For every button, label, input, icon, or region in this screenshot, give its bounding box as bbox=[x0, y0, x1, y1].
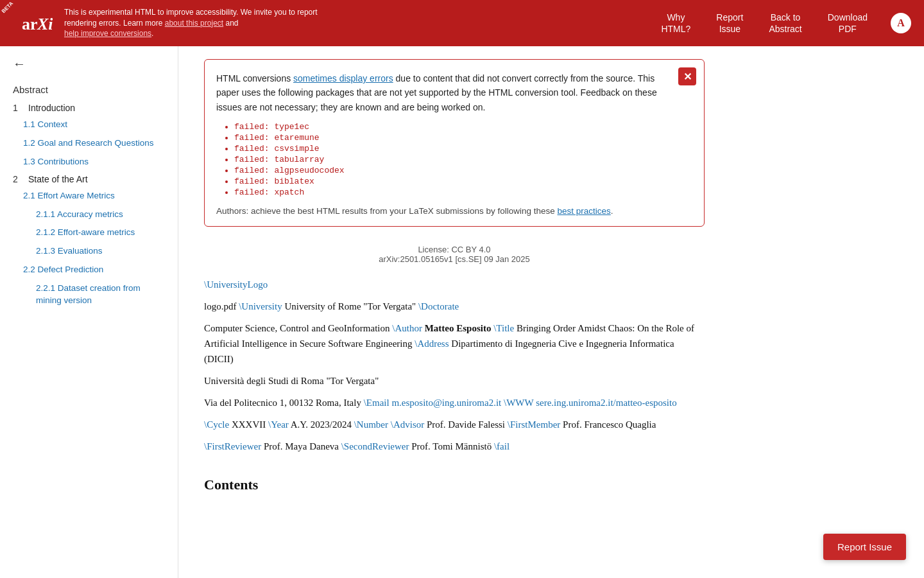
toc-link-contributions[interactable]: 1.3 Contributions bbox=[23, 154, 178, 170]
toc-item-effort-aware[interactable]: 2.1 Effort Aware Metrics bbox=[0, 187, 178, 206]
header-nav: Why HTML? Report Issue Back to Abstract … bbox=[648, 6, 911, 40]
university-cmd-link[interactable]: \University bbox=[239, 301, 282, 311]
toc-link-accuracy-metrics[interactable]: 2.1.1 Accuracy metrics bbox=[36, 207, 178, 223]
paper-reviewer-line: \FirstReviewer Prof. Maya Daneva \Second… bbox=[204, 439, 705, 454]
paper-line1: logo.pdf \University University of Rome … bbox=[204, 299, 705, 314]
sidebar-back-button[interactable]: ← bbox=[0, 46, 178, 82]
sidebar: ← Abstract 1 Introduction 1.1 Context 1.… bbox=[0, 46, 178, 578]
toc-item-context[interactable]: 1.1 Context bbox=[0, 116, 178, 134]
cycle-cmd-link[interactable]: \Cycle bbox=[204, 419, 229, 430]
toc-label-state-art: State of the Art bbox=[28, 174, 88, 184]
www-addr-link[interactable]: sere.ing.uniroma2.it/matteo-esposito bbox=[536, 398, 677, 408]
author-cmd-link[interactable]: \Author bbox=[392, 323, 422, 333]
list-item: failed: csvsimple bbox=[234, 144, 692, 153]
layout: ← Abstract 1 Introduction 1.1 Context 1.… bbox=[0, 46, 924, 578]
doctorate-cmd-link[interactable]: \Doctorate bbox=[418, 301, 459, 311]
toc-label-introduction: Introduction bbox=[28, 103, 75, 113]
www-cmd-link[interactable]: \WWW bbox=[504, 398, 533, 408]
header: BETA ar Xiv This is experimental HTML to… bbox=[0, 0, 924, 46]
svg-text:Xiv: Xiv bbox=[37, 15, 53, 33]
title-cmd-link[interactable]: \Title bbox=[493, 323, 514, 333]
main-content: ✕ HTML conversions sometimes display err… bbox=[178, 46, 730, 578]
sidebar-abstract-label[interactable]: Abstract bbox=[0, 82, 178, 100]
list-item: failed: xpatch bbox=[234, 188, 692, 197]
alert-failed-list: failed: type1ec failed: etaremune failed… bbox=[216, 122, 692, 197]
address-cmd-link[interactable]: \Address bbox=[415, 338, 449, 349]
nav-why-html[interactable]: Why HTML? bbox=[648, 6, 703, 40]
paper-univ-name: Università degli Studi di Roma "Tor Verg… bbox=[204, 373, 705, 389]
year-cmd-link[interactable]: \Year bbox=[268, 419, 289, 430]
toc-item-contributions[interactable]: 1.3 Contributions bbox=[0, 153, 178, 171]
paper-line2: Computer Science, Control and GeoInforma… bbox=[204, 320, 705, 367]
list-item: failed: algpseudocodex bbox=[234, 166, 692, 175]
list-item: failed: biblatex bbox=[234, 177, 692, 186]
toc-num-1: 1 bbox=[13, 103, 28, 113]
toc-link-context[interactable]: 1.1 Context bbox=[23, 117, 178, 133]
first-member-cmd-link[interactable]: \FirstMember bbox=[508, 419, 561, 430]
toc-link-defect-prediction[interactable]: 2.2 Defect Prediction bbox=[23, 262, 178, 278]
nav-report-issue[interactable]: Report Issue bbox=[703, 6, 756, 40]
toc-link-evaluations[interactable]: 2.1.3 Evaluations bbox=[36, 243, 178, 259]
arxiv-id-text: arXiv:2501.05165v1 [cs.SE] 09 Jan 2025 bbox=[204, 254, 705, 264]
nav-download-pdf[interactable]: Download PDF bbox=[815, 6, 880, 40]
toc-num-2: 2 bbox=[13, 174, 28, 184]
license-text: License: CC BY 4.0 bbox=[204, 245, 705, 254]
toc-link-goal-research[interactable]: 1.2 Goal and Research Questions bbox=[23, 136, 178, 152]
list-item: failed: tabularray bbox=[234, 155, 692, 164]
nav-back-abstract[interactable]: Back to Abstract bbox=[756, 6, 814, 40]
about-project-link[interactable]: about this project bbox=[165, 19, 223, 28]
toc-item-effort-aware-metrics[interactable]: 2.1.2 Effort-aware metrics bbox=[0, 223, 178, 242]
beta-badge-wrap: BETA bbox=[0, 0, 26, 26]
fail-cmd-link[interactable]: \fail bbox=[494, 441, 509, 451]
list-item: failed: etaremune bbox=[234, 133, 692, 143]
meta-info: License: CC BY 4.0 arXiv:2501.05165v1 [c… bbox=[204, 245, 705, 264]
sometimes-display-errors-link[interactable]: sometimes display errors bbox=[293, 73, 393, 83]
university-logo-cmd-link[interactable]: \UniversityLogo bbox=[204, 279, 268, 290]
toc-link-dataset-creation[interactable]: 2.2.1 Dataset creation from mining versi… bbox=[36, 281, 178, 309]
toc-item-state-art[interactable]: 2 State of the Art bbox=[0, 171, 178, 187]
alert-text: HTML conversions sometimes display error… bbox=[216, 71, 692, 114]
alert-close-button[interactable]: ✕ bbox=[678, 67, 696, 85]
paper-content: \UniversityLogo logo.pdf \University Uni… bbox=[204, 277, 705, 496]
toc-link-effort-aware[interactable]: 2.1 Effort Aware Metrics bbox=[23, 188, 178, 204]
university-logo-line: \UniversityLogo bbox=[204, 277, 705, 292]
list-item: failed: type1ec bbox=[234, 122, 692, 132]
report-issue-button[interactable]: Report Issue bbox=[823, 534, 906, 560]
email-addr-link[interactable]: m.esposito@ing.uniroma2.it bbox=[391, 398, 501, 408]
avatar[interactable]: A bbox=[891, 13, 911, 33]
best-practices-link[interactable]: best practices bbox=[558, 206, 611, 216]
second-reviewer-cmd-link[interactable]: \SecondReviewer bbox=[341, 441, 409, 451]
advisor-cmd-link[interactable]: \Advisor bbox=[391, 419, 425, 430]
toc-item-evaluations[interactable]: 2.1.3 Evaluations bbox=[0, 242, 178, 261]
paper-address-line: Via del Politecnico 1, 00132 Roma, Italy… bbox=[204, 395, 705, 410]
toc-item-dataset-creation[interactable]: 2.2.1 Dataset creation from mining versi… bbox=[0, 279, 178, 310]
number-cmd-link[interactable]: \Number bbox=[354, 419, 388, 430]
first-reviewer-cmd-link[interactable]: \FirstReviewer bbox=[204, 441, 261, 451]
toc-item-goal-research[interactable]: 1.2 Goal and Research Questions bbox=[0, 134, 178, 153]
back-arrow-icon: ← bbox=[13, 57, 26, 71]
paper-cycle-line: \Cycle XXXVII \Year A.Y. 2023/2024 \Numb… bbox=[204, 417, 705, 432]
toc-item-accuracy-metrics[interactable]: 2.1.1 Accuracy metrics bbox=[0, 206, 178, 224]
header-description: This is experimental HTML to improve acc… bbox=[64, 7, 334, 39]
email-cmd-link[interactable]: \Email bbox=[364, 398, 389, 408]
contents-heading: Contents bbox=[204, 473, 705, 496]
toc-item-defect-prediction[interactable]: 2.2 Defect Prediction bbox=[0, 261, 178, 279]
toc-item-introduction[interactable]: 1 Introduction bbox=[0, 100, 178, 116]
help-improve-link[interactable]: help improve conversions bbox=[64, 29, 151, 38]
toc-link-effort-aware-metrics[interactable]: 2.1.2 Effort-aware metrics bbox=[36, 225, 178, 241]
alert-footer: Authors: achieve the best HTML results f… bbox=[216, 206, 692, 216]
alert-box: ✕ HTML conversions sometimes display err… bbox=[204, 59, 705, 227]
